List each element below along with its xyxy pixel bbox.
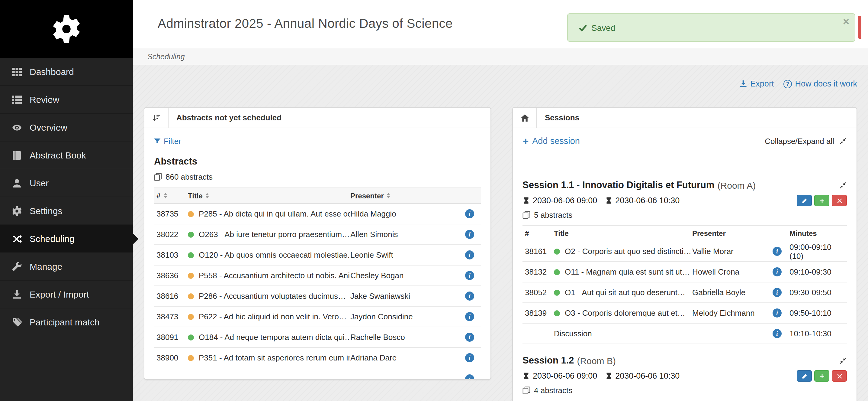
session-actions xyxy=(797,370,847,382)
session-count: 4 abstracts xyxy=(523,386,847,395)
table-row[interactable]: 38636 P558 - Accusantium architecto ut n… xyxy=(154,265,481,286)
review-list-icon xyxy=(12,95,22,104)
abstract-type-dot xyxy=(188,231,194,237)
edit-session-button[interactable] xyxy=(797,370,812,382)
abstract-type-dot xyxy=(188,252,194,258)
add-to-session-button[interactable] xyxy=(814,370,829,382)
app-logo[interactable] xyxy=(0,0,133,58)
abstracts-panel: Abstracts not yet scheduled Filter Abstr… xyxy=(144,107,491,380)
table-row[interactable]: 38900 P351 - Ad totam sit asperiores rer… xyxy=(154,348,481,368)
column-header-title: Title xyxy=(554,229,692,237)
session-row[interactable]: Discussion 10:10-10:30 xyxy=(523,323,847,344)
info-icon[interactable] xyxy=(465,333,474,342)
sidebar-item-review[interactable]: Review xyxy=(0,86,133,114)
filter-button[interactable]: Filter xyxy=(154,137,181,146)
sidebar-item-manage[interactable]: Manage xyxy=(0,253,133,281)
info-icon[interactable] xyxy=(465,209,474,218)
help-link[interactable]: How does it work xyxy=(783,79,857,88)
shuffle-icon xyxy=(12,234,22,244)
session-row[interactable]: 38132 O11 - Magnam quia est sunt sit ut…… xyxy=(523,262,847,283)
column-header-presenter: Presenter xyxy=(692,229,773,237)
alert-close-icon[interactable]: × xyxy=(843,16,849,27)
collapse-expand-all-button[interactable]: Collapse/Expand all xyxy=(765,136,847,145)
abstract-minutes: 09:50-10:10 xyxy=(789,309,847,318)
sessions-toolbar: Add session Collapse/Expand all xyxy=(523,136,847,146)
delete-session-button[interactable] xyxy=(832,195,847,206)
sessions-panel-header: Sessions xyxy=(513,108,857,128)
sidebar-item-participant-match[interactable]: Participant match xyxy=(0,309,133,336)
abstract-title-cell: O2 - Corporis aut quo sed distincti… xyxy=(554,247,692,256)
delete-session-button[interactable] xyxy=(832,370,847,382)
info-icon[interactable] xyxy=(773,309,782,318)
sidebar-item-scheduling[interactable]: Scheduling xyxy=(0,225,133,253)
add-to-session-button[interactable] xyxy=(814,195,829,206)
abstract-title-cell: O263 - Ab iure tenetur porro praesentium… xyxy=(188,230,350,239)
sidebar-item-dashboard[interactable]: Dashboard xyxy=(0,58,133,86)
x-icon xyxy=(836,373,842,379)
info-icon[interactable] xyxy=(465,374,474,380)
table-row[interactable]: 38473 P622 - Ad hic aliquid id non velit… xyxy=(154,307,481,327)
table-row-partial[interactable] xyxy=(154,368,481,380)
info-icon[interactable] xyxy=(465,271,474,280)
sidebar-item-abstract-book[interactable]: Abstract Book xyxy=(0,142,133,169)
hourglass-icon xyxy=(605,372,612,380)
compress-icon[interactable] xyxy=(839,181,847,189)
info-icon[interactable] xyxy=(465,230,474,239)
abstracts-table-body: 38735 P285 - Ab dicta qui in qui ullam. … xyxy=(154,204,481,368)
table-row[interactable]: 38091 O184 - Ad neque tempora autem dict… xyxy=(154,327,481,348)
sidebar-item-settings[interactable]: Settings xyxy=(0,197,133,225)
compress-icon[interactable] xyxy=(839,356,847,365)
gear-icon xyxy=(12,206,22,216)
table-row[interactable]: 38735 P285 - Ab dicta qui in qui ullam. … xyxy=(154,204,481,224)
download-icon xyxy=(12,289,22,299)
page-title: Adminstrator 2025 - Annual Nordic Days o… xyxy=(158,16,453,31)
column-header-id[interactable]: # xyxy=(156,192,167,200)
abstracts-panel-header: Abstracts not yet scheduled xyxy=(144,108,491,128)
session-end: 2030-06-06 10:30 xyxy=(615,196,680,205)
abstract-title: O11 - Magnam quia est sunt sit ut… xyxy=(565,267,690,277)
abstract-title-cell: P286 - Accusantium voluptates ducimus… xyxy=(188,291,350,300)
abstract-presenter: Rachelle Bosco xyxy=(350,333,465,342)
column-header-title[interactable]: Title xyxy=(188,192,209,200)
info-icon[interactable] xyxy=(773,329,782,338)
edit-session-button[interactable] xyxy=(797,195,812,206)
abstract-id: 38473 xyxy=(154,312,188,321)
info-icon[interactable] xyxy=(465,250,474,259)
export-link[interactable]: Export xyxy=(739,79,774,88)
info-icon[interactable] xyxy=(773,247,782,256)
abstract-title: O120 - Ab quos omnis occaecati molestiae… xyxy=(199,250,350,259)
info-icon[interactable] xyxy=(773,288,782,297)
table-row[interactable]: 38616 P286 - Accusantium voluptates duci… xyxy=(154,286,481,307)
abstracts-panel-body: Filter Abstracts 860 abstracts # Title P… xyxy=(144,128,491,380)
session-title-row: Session 1.1 - Innovatio Digitalis et Fut… xyxy=(523,180,847,191)
session-count: 5 abstracts xyxy=(523,210,847,220)
column-header-id: # xyxy=(523,229,554,237)
abstract-type-dot xyxy=(188,211,194,217)
session-row[interactable]: 38139 O3 - Corporis doloremque aut et… M… xyxy=(523,303,847,323)
abstract-title-cell: O120 - Ab quos omnis occaecati molestiae… xyxy=(188,250,350,259)
info-icon[interactable] xyxy=(773,267,782,277)
abstract-id: 38161 xyxy=(523,247,554,256)
abstract-type-dot xyxy=(554,310,560,316)
abstract-title-cell: O1 - Aut qui sit aut quo deserunt… xyxy=(554,288,692,297)
session-row[interactable]: 38052 O1 - Aut qui sit aut quo deserunt…… xyxy=(523,283,847,303)
sidebar-item-overview[interactable]: Overview xyxy=(0,114,133,142)
user-icon xyxy=(12,178,22,188)
column-header-presenter[interactable]: Presenter xyxy=(350,192,391,200)
info-icon[interactable] xyxy=(465,353,474,362)
sort-button[interactable] xyxy=(144,108,168,127)
sidebar-item-export-import[interactable]: Export / Import xyxy=(0,281,133,309)
info-icon[interactable] xyxy=(465,291,474,300)
info-icon[interactable] xyxy=(465,312,474,321)
add-session-button[interactable]: Add session xyxy=(523,136,580,146)
table-row[interactable]: 38022 O263 - Ab iure tenetur porro praes… xyxy=(154,224,481,245)
abstract-title: P622 - Ad hic aliquid id non velit in. V… xyxy=(199,312,347,321)
session-row[interactable]: 38161 O2 - Corporis aut quo sed distinct… xyxy=(523,241,847,262)
table-row[interactable]: 38103 O120 - Ab quos omnis occaecati mol… xyxy=(154,245,481,265)
home-button[interactable] xyxy=(513,108,537,127)
toolbar-links: Export How does it work xyxy=(739,79,857,88)
hourglass-icon xyxy=(605,197,612,204)
abstract-id: 38900 xyxy=(154,353,188,362)
eye-icon xyxy=(12,122,22,132)
sidebar-item-user[interactable]: User xyxy=(0,169,133,197)
